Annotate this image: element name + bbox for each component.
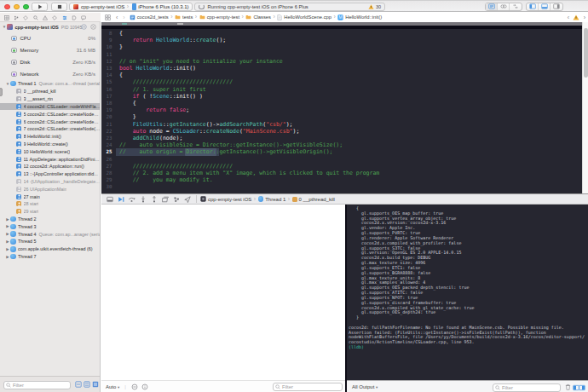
issue-warning-icon[interactable] bbox=[573, 14, 579, 20]
window-minimize-button[interactable] bbox=[14, 4, 20, 10]
symbol-navigator-icon[interactable] bbox=[22, 14, 29, 21]
stack-depth-icon[interactable] bbox=[92, 381, 99, 388]
scheme-selector[interactable]: cpp-empty-test iOS › iPhone 6 Plus (10.3… bbox=[69, 3, 193, 12]
editor-scrollbar-thumb[interactable] bbox=[584, 28, 588, 78]
navigator-filter-field[interactable]: Filter bbox=[3, 381, 71, 389]
related-items-icon[interactable] bbox=[105, 14, 111, 20]
line-number: 23 bbox=[101, 135, 112, 141]
assistant-editor-button[interactable] bbox=[498, 3, 510, 11]
step-out-button[interactable] bbox=[148, 196, 159, 203]
stack-frame-row[interactable]: 10 HelloWorld::scene() bbox=[0, 148, 101, 156]
standard-editor-button[interactable] bbox=[486, 3, 498, 11]
memory-graph-icon[interactable] bbox=[170, 196, 182, 203]
thread-1-row[interactable]: ▼Thread 1Queue: com.a...-thread (serial) bbox=[0, 80, 101, 88]
source-editor[interactable]: 8{9 return HelloWorld::create();10}1112/… bbox=[101, 22, 582, 194]
continue-button[interactable] bbox=[115, 196, 126, 203]
debug-breadcrumb-item[interactable]: cpp-empty-test iOS bbox=[200, 196, 251, 202]
thread-row[interactable]: ▶Thread 3 bbox=[0, 223, 101, 231]
debug-breadcrumb-item[interactable]: 0 __pthread_kill bbox=[292, 197, 335, 202]
stack-frame-row[interactable]: 5 cocos2d::CSLoader::createNodeW... bbox=[0, 111, 101, 118]
debug-navigator-icon[interactable] bbox=[61, 14, 68, 21]
source-control-navigator-icon[interactable] bbox=[13, 14, 20, 21]
stack-frame-row[interactable]: 27 main bbox=[0, 193, 101, 200]
version-editor-button[interactable] bbox=[510, 3, 522, 11]
frame-icon bbox=[16, 126, 21, 131]
stack-frame-row[interactable]: 29 start bbox=[0, 208, 101, 216]
thread-row[interactable]: ▶com.apple.uikit.eventfetch-thread (6) bbox=[0, 245, 101, 253]
thread-row[interactable]: ▶Thread 4Queue: com.ap...anager (serial) bbox=[0, 230, 101, 238]
stack-frame-row[interactable]: 12 cocos2d::Application::run() bbox=[0, 163, 101, 170]
report-navigator-icon[interactable] bbox=[80, 14, 87, 21]
code-line-30: 30 bbox=[101, 183, 582, 190]
stack-frame-row[interactable]: 8 HelloWorld::init() bbox=[0, 133, 101, 141]
warning-count-badge[interactable]: 30 bbox=[368, 4, 381, 9]
jumpbar-item[interactable]: MHelloWorld::init() bbox=[337, 14, 382, 20]
step-over-button[interactable] bbox=[126, 196, 137, 203]
jumpbar-item[interactable]: tests bbox=[175, 14, 193, 20]
show-variables-icon[interactable] bbox=[131, 383, 138, 390]
step-into-button[interactable] bbox=[137, 196, 148, 203]
stack-frame-row[interactable]: 3 __assert_rtn bbox=[0, 95, 101, 103]
window-close-button[interactable] bbox=[4, 4, 10, 10]
previous-issue-button[interactable]: ‹ bbox=[568, 14, 569, 20]
jumpbar-item[interactable]: HelloWorldScene.cpp bbox=[277, 14, 331, 20]
stack-frame-row[interactable]: 0 __pthread_kill bbox=[0, 88, 101, 95]
issue-navigator-icon[interactable] bbox=[42, 14, 49, 21]
stack-frame-row[interactable]: 7 cocos2d::CSLoader::createNode(s... bbox=[0, 125, 101, 133]
line-number: 9 bbox=[101, 37, 112, 43]
console-output-selector[interactable]: All Output ▾ bbox=[352, 384, 378, 389]
toggle-console-view-icon[interactable] bbox=[579, 384, 585, 391]
stack-frame-row[interactable]: 4 cocos2d::CSLoader::nodeWithFlat... bbox=[0, 103, 101, 111]
gauge-row-disk[interactable]: DiskZero KB/s bbox=[0, 56, 101, 68]
go-back-button[interactable]: ‹ bbox=[116, 14, 118, 20]
console-line: cocostudio/ActionTimeline/CSLoader.cpp, … bbox=[349, 340, 475, 345]
thread-row[interactable]: ▶Thread 5 bbox=[0, 238, 101, 245]
show-crashed-threads-icon[interactable] bbox=[84, 381, 90, 388]
sidebar-drag-handle[interactable] bbox=[0, 88, 3, 96]
thread-row[interactable]: ▶Thread 2 bbox=[0, 216, 101, 223]
jumpbar-item[interactable]: Classes bbox=[245, 14, 271, 20]
breakpoint-navigator-icon[interactable] bbox=[71, 14, 78, 21]
jumpbar-item[interactable]: cocos2d_tests bbox=[130, 14, 169, 20]
jumpbar-item[interactable]: cpp-empty-test bbox=[199, 14, 239, 20]
frame-icon bbox=[16, 112, 21, 117]
next-issue-button[interactable]: › bbox=[584, 14, 585, 20]
debug-breadcrumb-item[interactable]: Thread 1 bbox=[258, 196, 286, 202]
gauge-row-memory[interactable]: Memory31.6 MB bbox=[0, 44, 101, 56]
editor-scrollbar[interactable] bbox=[582, 22, 588, 194]
find-navigator-icon[interactable] bbox=[32, 14, 39, 21]
stack-frame-row[interactable]: 13 ::-[AppController application:did... bbox=[0, 170, 101, 178]
test-navigator-icon[interactable] bbox=[51, 14, 58, 21]
window-zoom-button[interactable] bbox=[23, 4, 29, 10]
run-button[interactable] bbox=[32, 3, 48, 11]
pause-process-icon[interactable] bbox=[81, 24, 87, 30]
stack-frame-row[interactable]: 14 -[UIApplication _handleDelegate... bbox=[0, 178, 101, 186]
show-running-threads-icon[interactable] bbox=[75, 381, 82, 388]
process-row[interactable]: ▼cpp-empty-test iOSPID 10945 bbox=[0, 23, 101, 31]
toggle-debug-area-button[interactable] bbox=[539, 3, 551, 11]
variables-info-icon[interactable] bbox=[141, 383, 148, 390]
variables-view[interactable] bbox=[101, 205, 345, 380]
variables-filter-field[interactable]: Filter bbox=[273, 383, 343, 391]
gauge-row-network[interactable]: NetworkZero KB/s bbox=[0, 68, 101, 80]
gauge-row-cpu[interactable]: CPU0% bbox=[0, 32, 101, 44]
stop-button[interactable] bbox=[51, 3, 67, 11]
stack-frame-row[interactable]: 6 cocos2d::CSLoader::createNodeW... bbox=[0, 118, 101, 125]
toggle-navigator-button[interactable] bbox=[527, 3, 539, 11]
hide-debug-area-icon[interactable] bbox=[104, 196, 115, 203]
debug-view-hierarchy-icon[interactable] bbox=[159, 196, 170, 203]
project-navigator-icon[interactable] bbox=[3, 14, 10, 21]
thread-row[interactable]: ▶Thread 7 bbox=[0, 253, 101, 261]
stack-frame-row[interactable]: 28 start bbox=[0, 200, 101, 208]
kill-process-icon[interactable] bbox=[90, 24, 96, 30]
stack-frame-row[interactable]: 26 UIApplicationMain bbox=[0, 186, 101, 193]
console-view[interactable]: {gl.supports_OES_map_buffer: truegl.supp… bbox=[347, 205, 588, 380]
simulate-location-icon[interactable] bbox=[182, 196, 193, 203]
stack-frame-row[interactable]: 9 HelloWorld::create() bbox=[0, 141, 101, 148]
clear-console-icon[interactable] bbox=[565, 383, 571, 390]
toggle-utilities-button[interactable] bbox=[551, 3, 562, 11]
console-filter-field[interactable]: Filter bbox=[493, 383, 561, 392]
stack-frame-row[interactable]: 11 AppDelegate::applicationDidFinis... bbox=[0, 155, 101, 163]
go-forward-button[interactable]: › bbox=[123, 14, 124, 20]
variables-scope-selector[interactable]: Auto ▾ bbox=[106, 384, 119, 389]
